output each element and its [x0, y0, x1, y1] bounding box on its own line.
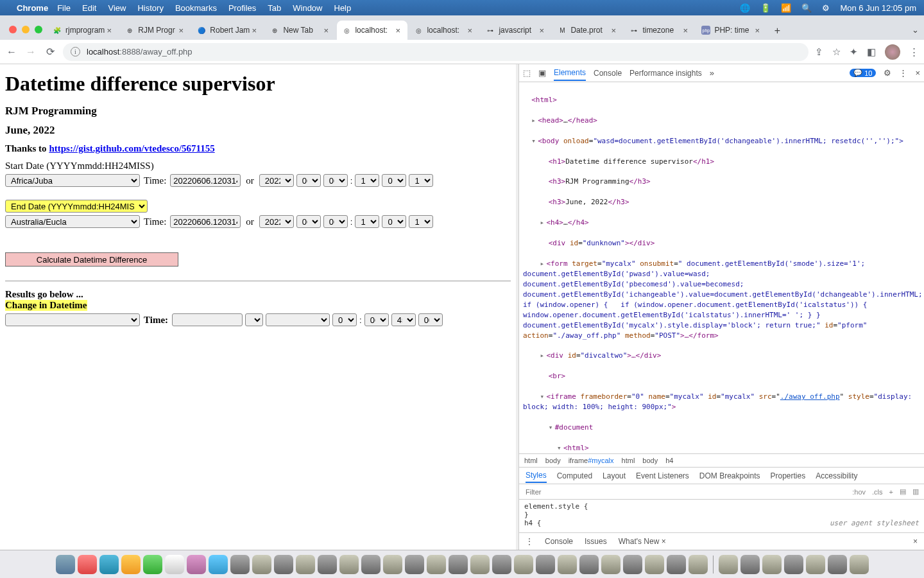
start-day-select[interactable]: 06	[323, 174, 348, 187]
tab-close-icon[interactable]: ×	[176, 26, 185, 35]
devtools-menu-icon[interactable]: ⋮	[899, 68, 907, 78]
window-maximize[interactable]	[35, 26, 42, 33]
dom-breadcrumb[interactable]: html body iframe#mycalx html body h4	[519, 453, 924, 468]
menu-window[interactable]: Window	[293, 3, 322, 13]
browser-tab[interactable]: ⊕RJM Progr×	[120, 21, 191, 40]
browser-tab[interactable]: ⊕New Tab×	[265, 21, 336, 40]
menu-tab[interactable]: Tab	[268, 3, 281, 13]
issues-badge[interactable]: 💬 10	[850, 69, 876, 77]
devtools-tab-perf[interactable]: Performance insights	[629, 69, 702, 78]
menu-help[interactable]: Help	[334, 3, 352, 13]
dock-app[interactable]	[252, 555, 271, 574]
dock-app[interactable]	[361, 555, 381, 574]
browser-tab-active[interactable]: ◎localhost:×	[337, 21, 407, 40]
dock-app[interactable]	[427, 555, 446, 574]
drawer-tab-issues[interactable]: Issues	[585, 537, 607, 546]
tab-close-icon[interactable]: ×	[393, 26, 402, 35]
dock-app[interactable]	[121, 555, 141, 574]
menu-profiles[interactable]: Profiles	[228, 3, 256, 13]
result-min-select[interactable]: 45	[391, 313, 416, 326]
site-info-icon[interactable]: i	[71, 47, 80, 57]
end-month-select[interactable]: 06	[296, 215, 321, 228]
cls-toggle[interactable]: .cls	[872, 488, 883, 496]
result-day-select[interactable]: 0	[332, 313, 357, 326]
tab-close-icon[interactable]: ×	[537, 26, 546, 35]
menu-file[interactable]: File	[57, 3, 71, 13]
styles-tab-layout[interactable]: Layout	[603, 471, 626, 480]
devtools-more-tabs-icon[interactable]: »	[710, 68, 714, 78]
dock-app[interactable]	[383, 555, 402, 574]
dom-tree[interactable]: <html> ▸<head>…</head> ▾<body onload="wa…	[519, 82, 924, 453]
end-day-select[interactable]: 06	[323, 215, 348, 228]
dock-app[interactable]	[645, 555, 664, 574]
calculate-button[interactable]: Calculate Datetime Difference	[5, 252, 178, 267]
window-close[interactable]	[9, 26, 17, 33]
browser-tab[interactable]: 🧩rjmprogram×	[47, 21, 119, 40]
dock-app[interactable]	[56, 555, 75, 574]
start-hour-select[interactable]: 12	[355, 174, 379, 187]
browser-tab[interactable]: ⊶javascript×	[481, 21, 551, 40]
drawer-menu-icon[interactable]: ⋮	[526, 537, 533, 546]
bookmark-star-icon[interactable]: ☆	[832, 46, 841, 58]
drawer-tab-whatsnew[interactable]: What's New ×	[619, 537, 666, 546]
new-tab-button[interactable]: +	[768, 22, 786, 40]
menu-edit[interactable]: Edit	[82, 3, 96, 13]
dock-app[interactable]	[536, 555, 555, 574]
dock-app[interactable]	[296, 555, 315, 574]
dock-app[interactable]	[209, 555, 228, 574]
tab-close-icon[interactable]: ×	[681, 26, 690, 35]
address-bar[interactable]: i localhost:8888/away_off.php	[63, 43, 809, 61]
menubar-clock[interactable]: Mon 6 Jun 12:05 pm	[840, 3, 916, 13]
start-timezone-select[interactable]: Africa/Juba	[5, 174, 140, 187]
tab-close-icon[interactable]: ×	[321, 26, 330, 35]
share-icon[interactable]: ⇪	[815, 46, 823, 58]
status-globe-icon[interactable]: 🌐	[740, 3, 750, 13]
start-sec-select[interactable]: 14	[409, 174, 433, 187]
profile-avatar[interactable]	[885, 44, 900, 60]
dock-app[interactable]	[405, 555, 424, 574]
dock-app[interactable]	[740, 555, 760, 574]
dock-app[interactable]	[579, 555, 599, 574]
chrome-menu-icon[interactable]: ⋮	[909, 46, 919, 58]
dock-app[interactable]	[318, 555, 337, 574]
tab-close-icon[interactable]: ×	[465, 26, 474, 35]
devtools-close-icon[interactable]: ×	[915, 68, 920, 78]
sidepanel-icon[interactable]: ◧	[867, 46, 876, 58]
back-button[interactable]: ←	[5, 46, 18, 58]
reload-button[interactable]: ⟳	[44, 46, 56, 58]
browser-tab[interactable]: ⊶timezone×	[624, 21, 695, 40]
crumb-item[interactable]: body	[642, 457, 658, 464]
tab-close-icon[interactable]: ×	[753, 26, 762, 35]
tab-close-icon[interactable]: ×	[250, 26, 259, 35]
sidebar-toggle-icon[interactable]: ▥	[912, 487, 919, 496]
crumb-item[interactable]: body	[545, 457, 561, 464]
styles-tab-computed[interactable]: Computed	[557, 471, 592, 480]
dock-app[interactable]	[78, 555, 97, 574]
end-sec-select[interactable]: 14	[409, 215, 433, 228]
status-control-center-icon[interactable]: ⚙	[822, 3, 830, 13]
dock-app[interactable]	[274, 555, 293, 574]
dock-app[interactable]	[623, 555, 642, 574]
end-hour-select[interactable]: 12	[355, 215, 379, 228]
dock-app[interactable]	[449, 555, 468, 574]
result-year-select[interactable]	[266, 313, 330, 326]
start-year-select[interactable]: 2022	[259, 174, 294, 187]
styles-tab-dombp[interactable]: DOM Breakpoints	[699, 471, 760, 480]
dock-app[interactable]	[99, 555, 119, 574]
status-wifi-icon[interactable]: 📶	[781, 3, 791, 13]
status-battery-icon[interactable]: 🔋	[760, 3, 771, 13]
extensions-icon[interactable]: ✦	[850, 46, 858, 58]
browser-tab[interactable]: MDate.prot×	[552, 21, 623, 40]
computed-toggle-icon[interactable]: ▤	[900, 487, 906, 496]
end-date-mode-select[interactable]: End Date (YYYYmmdd:HH24MISS)	[5, 200, 148, 213]
dock-app[interactable]	[719, 555, 738, 574]
thanks-link[interactable]: https://gist.github.com/vtedesco/5671155	[49, 143, 214, 153]
drawer-tab-console[interactable]: Console	[545, 537, 573, 546]
status-search-icon[interactable]: 🔍	[801, 3, 812, 13]
dock-app[interactable]	[806, 555, 825, 574]
styles-tab-props[interactable]: Properties	[771, 471, 806, 480]
menu-view[interactable]: View	[108, 3, 126, 13]
crumb-item[interactable]: html	[524, 457, 538, 464]
crumb-item[interactable]: h4	[665, 457, 673, 464]
result-tz-select[interactable]	[5, 313, 140, 326]
